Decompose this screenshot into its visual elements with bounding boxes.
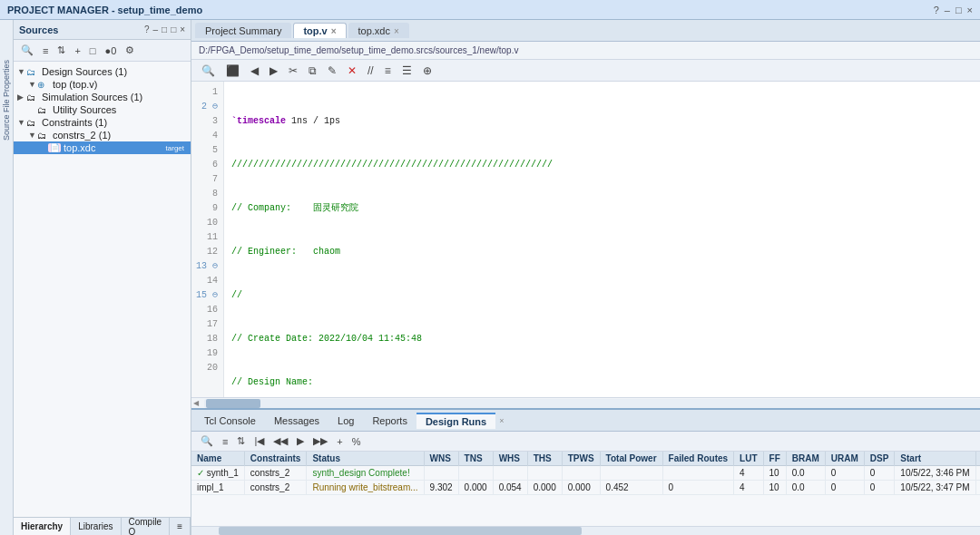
comment-btn[interactable]: // <box>365 63 377 78</box>
minimize-btn[interactable]: – <box>945 5 950 15</box>
bookmark-btn[interactable]: ⊕ <box>420 63 435 78</box>
table-row[interactable]: ✓ synth_1 constrs_2 synth_design Complet… <box>191 466 980 481</box>
bp-percent-btn[interactable]: % <box>350 435 363 448</box>
cut-btn[interactable]: ✂ <box>286 63 300 78</box>
code-content[interactable]: `timescale 1ns / 1ps ///////////////////… <box>224 82 980 397</box>
libraries-tab[interactable]: Libraries <box>71 518 121 535</box>
forward-btn[interactable]: ▶ <box>267 63 280 78</box>
design-runs-close[interactable]: × <box>499 416 504 425</box>
scroll-track[interactable] <box>204 399 980 408</box>
tab-top-xdc[interactable]: top.xdc × <box>348 23 409 38</box>
code-editor[interactable]: 1 2 ⊖ 3 4 5 6 7 8 9 10 11 12 13 ⊖ 14 15 … <box>191 82 980 397</box>
bp-run-btn[interactable]: ▶ <box>295 434 306 448</box>
table-body: ✓ synth_1 constrs_2 synth_design Complet… <box>191 466 980 495</box>
bottom-scrollbar-thumb[interactable] <box>219 527 582 535</box>
hierarchy-tab[interactable]: Hierarchy <box>14 518 71 535</box>
tab-top-v-close[interactable]: × <box>331 26 337 36</box>
messages-tab[interactable]: Messages <box>265 413 328 428</box>
sources-settings-btn[interactable]: ⚙ <box>123 44 136 57</box>
bp-first-btn[interactable]: |◀ <box>252 434 266 448</box>
th-name: Name <box>191 452 244 466</box>
scroll-thumb[interactable] <box>206 399 260 408</box>
sources-max-btn[interactable]: □ <box>171 24 176 34</box>
constrs2-folder[interactable]: ▼ 🗂 constrs_2 (1) <box>14 129 191 141</box>
sources-copy-btn[interactable]: □ <box>88 44 98 57</box>
back-btn[interactable]: ◀ <box>248 63 261 78</box>
sources-status-btn[interactable]: ●0 <box>103 44 119 57</box>
compile-tab[interactable]: Compile O <box>122 518 171 535</box>
bp-next-btn[interactable]: ▶▶ <box>311 434 329 448</box>
bp-prev-btn[interactable]: ◀◀ <box>271 434 289 448</box>
top-v-item[interactable]: ▼ ⊕ top (top.v) <box>14 78 191 91</box>
ln-14: 14 <box>191 274 223 288</box>
reports-tab[interactable]: Reports <box>363 413 416 428</box>
tcl-console-tab[interactable]: Tcl Console <box>195 413 265 428</box>
design-sources-folder[interactable]: ▼ 🗂 Design Sources (1) <box>14 65 191 78</box>
bottom-h-scrollbar[interactable] <box>191 526 980 535</box>
log-tab[interactable]: Log <box>328 413 363 428</box>
indent-btn[interactable]: ≡ <box>382 63 394 78</box>
cell-bram-0: 0.0 <box>786 466 825 481</box>
sources-help-btn[interactable]: ? <box>144 24 150 34</box>
constraints-folder[interactable]: ▼ 🗂 Constraints (1) <box>14 116 191 129</box>
tab-project-summary-label: Project Summary <box>205 25 281 36</box>
th-start: Start <box>895 452 975 466</box>
breakpoint-btn[interactable]: ⬛ <box>223 63 242 78</box>
sources-toolbar: 🔍 ≡ ⇅ + □ ●0 ⚙ <box>14 40 191 62</box>
cell-tns-0 <box>458 466 493 481</box>
source-file-properties-icon[interactable]: Source File Properties <box>0 56 13 144</box>
sources-close-btn[interactable]: × <box>180 24 185 34</box>
constrs2-label: constrs_2 (1) <box>53 130 187 141</box>
bp-sort-btn[interactable]: ⇅ <box>235 434 247 448</box>
bp-table: Name Constraints Status WNS TNS WHS THS … <box>191 452 980 526</box>
more-tab[interactable]: ≡ <box>170 518 191 535</box>
sources-float-btn[interactable]: □ <box>162 24 167 34</box>
sources-sort-btn[interactable]: ⇅ <box>55 44 67 57</box>
bp-list-btn[interactable]: ≡ <box>220 435 230 448</box>
sources-minimize-btn[interactable]: – <box>153 24 159 34</box>
paste-btn[interactable]: ✎ <box>325 63 339 78</box>
cell-start-1: 10/5/22, 3:47 PM <box>895 481 975 495</box>
th-constraints: Constraints <box>244 452 307 466</box>
th-status: Status <box>307 452 424 466</box>
code-line-6: // Create Date: 2022/10/04 11:45:48 <box>231 332 980 346</box>
close-btn[interactable]: × <box>967 5 973 15</box>
code-line-3: // Company: 固灵研究院 <box>231 201 980 216</box>
sources-search-btn[interactable]: 🔍 <box>19 44 35 57</box>
bp-add-btn[interactable]: + <box>335 435 344 448</box>
cell-status-0: synth_design Complete! <box>307 466 424 481</box>
title-bar: PROJECT MANAGER - setup_time_demo ? – □ … <box>0 0 980 20</box>
sim-sources-folder[interactable]: ▶ 🗂 Simulation Sources (1) <box>14 91 191 103</box>
cell-whs-1: 0.054 <box>493 481 527 495</box>
sources-list-btn[interactable]: ≡ <box>41 44 50 57</box>
ln-4: 4 <box>191 129 223 143</box>
help-btn[interactable]: ? <box>934 5 939 15</box>
sim-sources-label: Simulation Sources (1) <box>42 92 187 102</box>
find-btn[interactable]: 🔍 <box>199 63 218 78</box>
maximize-btn[interactable]: □ <box>956 5 962 15</box>
sources-panel-controls[interactable]: ? – □ □ × <box>144 24 185 34</box>
title-controls[interactable]: ? – □ × <box>934 5 973 15</box>
tab-top-v[interactable]: top.v × <box>293 23 346 38</box>
scroll-left-arrow[interactable]: ◀ <box>191 399 201 407</box>
table-row[interactable]: impl_1 constrs_2 Running write_bitstream… <box>191 481 980 495</box>
utility-sources-folder[interactable]: 🗂 Utility Sources <box>14 103 191 116</box>
copy-btn[interactable]: ⧉ <box>306 63 319 78</box>
bp-search-btn[interactable]: 🔍 <box>199 434 215 448</box>
th-ths: THS <box>527 452 562 466</box>
target-badge: target <box>163 144 187 152</box>
tab-top-xdc-close[interactable]: × <box>394 26 399 36</box>
constrs2-arrow: ▼ <box>28 131 37 140</box>
ln-16: 16 <box>191 303 223 317</box>
editor-h-scrollbar[interactable]: ◀ ▶ <box>191 397 980 408</box>
sources-add-btn[interactable]: + <box>73 44 82 57</box>
tab-project-summary[interactable]: Project Summary <box>195 23 291 38</box>
ln-12: 12 <box>191 245 223 259</box>
cell-name-0: ✓ synth_1 <box>191 466 244 481</box>
bottom-panel: Tcl Console Messages Log Reports Design … <box>191 408 980 535</box>
design-runs-tab[interactable]: Design Runs <box>416 413 495 429</box>
top-xdc-item[interactable]: 📄 top.xdc target <box>14 141 191 154</box>
main-layout: Source File Properties Sources ? – □ □ ×… <box>0 20 980 535</box>
format-btn[interactable]: ☰ <box>399 63 415 78</box>
delete-btn[interactable]: ✕ <box>345 63 359 78</box>
